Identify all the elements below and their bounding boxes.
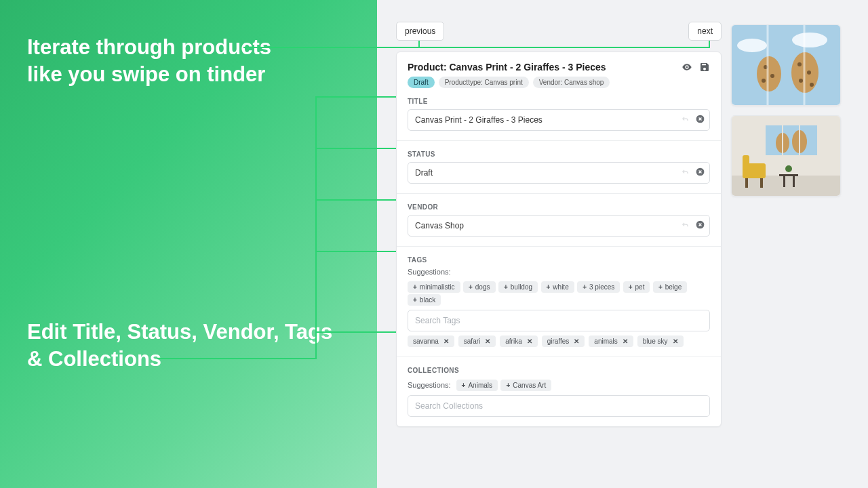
status-input[interactable] bbox=[408, 162, 710, 184]
tag-chip[interactable]: blue sky ✕ bbox=[637, 336, 684, 347]
svg-rect-28 bbox=[779, 174, 798, 176]
tags-label: TAGS bbox=[408, 256, 710, 264]
svg-point-13 bbox=[799, 79, 803, 83]
clear-icon[interactable] bbox=[696, 114, 705, 126]
preview-icon[interactable] bbox=[682, 62, 692, 73]
nav-row: previous next bbox=[396, 22, 722, 41]
remove-icon[interactable]: ✕ bbox=[623, 338, 628, 345]
suggestion-chip[interactable]: + black bbox=[408, 294, 441, 306]
svg-point-9 bbox=[770, 74, 774, 78]
collections-search-input[interactable] bbox=[408, 395, 710, 417]
tag-chip[interactable]: safari ✕ bbox=[458, 336, 496, 347]
suggestion-chip[interactable]: + 3 pieces bbox=[577, 281, 620, 293]
svg-point-5 bbox=[792, 33, 827, 47]
svg-point-4 bbox=[737, 39, 767, 52]
undo-icon[interactable] bbox=[682, 114, 689, 126]
svg-point-11 bbox=[797, 62, 802, 66]
thumbnail[interactable] bbox=[731, 24, 841, 106]
svg-point-31 bbox=[785, 165, 792, 172]
svg-rect-29 bbox=[783, 176, 785, 187]
plus-icon: + bbox=[547, 283, 551, 291]
callout-iterate: Iterate through products like you swipe … bbox=[27, 34, 271, 89]
plus-icon: + bbox=[462, 382, 466, 389]
svg-point-14 bbox=[810, 83, 814, 87]
editor-stage: previous next Product: Canvas Print - 2 … bbox=[396, 22, 722, 427]
collections-label: COLLECTIONS bbox=[408, 367, 710, 374]
save-icon[interactable] bbox=[699, 62, 710, 73]
tags-search-input[interactable] bbox=[408, 310, 710, 331]
product-heading: Product: Canvas Print - 2 Giraffes - 3 P… bbox=[408, 62, 606, 73]
current-tags: savanna ✕ safari ✕ afrika ✕ giraffes ✕ a… bbox=[408, 336, 710, 347]
plus-icon: + bbox=[504, 283, 508, 291]
title-label: TITLE bbox=[408, 98, 710, 105]
status-badge: Draft bbox=[408, 77, 435, 88]
collection-suggestions: Suggestions: + Animals + Canvas Art bbox=[408, 378, 710, 391]
svg-rect-27 bbox=[760, 178, 763, 188]
clear-icon[interactable] bbox=[696, 220, 705, 232]
vendor-badge: Vendor: Canvas shop bbox=[533, 77, 610, 88]
svg-rect-26 bbox=[745, 178, 748, 188]
previous-button[interactable]: previous bbox=[396, 22, 444, 41]
tag-chip[interactable]: savanna ✕ bbox=[408, 336, 454, 347]
svg-point-6 bbox=[757, 56, 781, 92]
tag-chip[interactable]: afrika ✕ bbox=[500, 336, 537, 347]
type-badge: Producttype: Canvas print bbox=[439, 77, 529, 88]
tag-chip[interactable]: giraffes ✕ bbox=[542, 336, 585, 347]
suggestion-chip[interactable]: + white bbox=[541, 281, 574, 293]
clear-icon[interactable] bbox=[696, 167, 705, 179]
suggestion-chip[interactable]: + minimalistic bbox=[408, 281, 460, 293]
plus-icon: + bbox=[629, 283, 633, 291]
suggestion-chip[interactable]: + bulldog bbox=[498, 281, 538, 293]
plus-icon: + bbox=[413, 296, 417, 304]
undo-icon[interactable] bbox=[682, 167, 689, 179]
svg-rect-25 bbox=[743, 155, 749, 170]
remove-icon[interactable]: ✕ bbox=[527, 338, 532, 345]
status-label: STATUS bbox=[408, 150, 710, 158]
svg-rect-19 bbox=[766, 125, 817, 155]
suggestion-chip[interactable]: + beige bbox=[653, 281, 687, 293]
tag-chip[interactable]: animals ✕ bbox=[589, 336, 633, 347]
suggestion-chip[interactable]: + dogs bbox=[463, 281, 496, 293]
thumbnail[interactable] bbox=[731, 115, 841, 197]
svg-point-12 bbox=[807, 70, 811, 75]
annotation-line bbox=[243, 47, 420, 48]
tag-suggestions: Suggestions: + minimalistic + dogs + bul… bbox=[408, 268, 710, 306]
remove-icon[interactable]: ✕ bbox=[574, 338, 579, 345]
suggestions-label: Suggestions: bbox=[408, 268, 451, 276]
annotation-line bbox=[157, 358, 317, 359]
vendor-input[interactable] bbox=[408, 215, 710, 237]
suggestions-label: Suggestions: bbox=[408, 381, 451, 389]
next-button[interactable]: next bbox=[688, 22, 722, 41]
suggestion-chip[interactable]: + pet bbox=[623, 281, 650, 293]
remove-icon[interactable]: ✕ bbox=[673, 338, 678, 345]
suggestion-chip[interactable]: + Canvas Art bbox=[500, 380, 551, 391]
remove-icon[interactable]: ✕ bbox=[443, 338, 449, 345]
product-card: Product: Canvas Print - 2 Giraffes - 3 P… bbox=[396, 52, 722, 427]
product-thumbnails bbox=[731, 24, 842, 206]
plus-icon: + bbox=[658, 283, 663, 291]
plus-icon: + bbox=[469, 283, 473, 291]
plus-icon: + bbox=[583, 283, 587, 291]
suggestion-chip[interactable]: + Animals bbox=[456, 380, 498, 391]
undo-icon[interactable] bbox=[682, 220, 689, 232]
svg-point-10 bbox=[762, 79, 766, 83]
vendor-label: VENDOR bbox=[408, 203, 710, 211]
plus-icon: + bbox=[506, 382, 510, 389]
plus-icon: + bbox=[413, 283, 417, 291]
callout-edit: Edit Title, Status, Vendor, Tags & Colle… bbox=[27, 319, 332, 373]
annotation-line bbox=[315, 96, 317, 359]
promo-panel: Iterate through products like you swipe … bbox=[0, 0, 377, 488]
svg-rect-30 bbox=[793, 176, 795, 187]
title-input[interactable] bbox=[408, 109, 710, 131]
remove-icon[interactable]: ✕ bbox=[485, 338, 490, 345]
